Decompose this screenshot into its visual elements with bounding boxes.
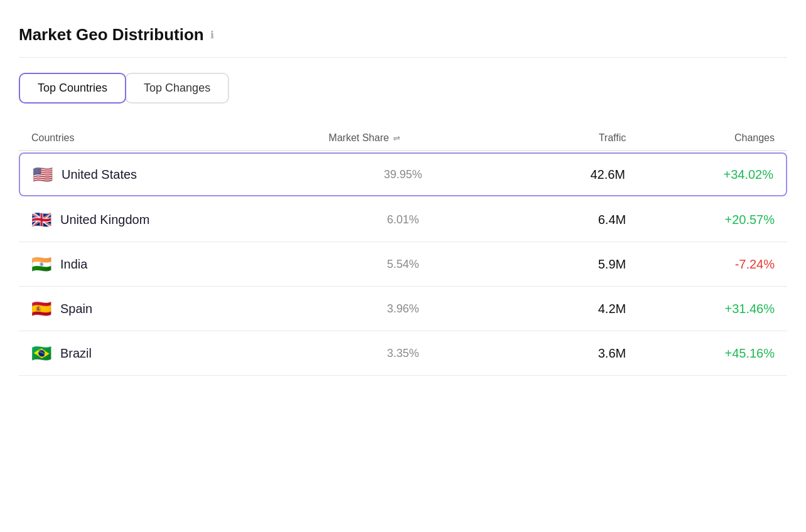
- change-us: +34.02%: [625, 168, 773, 182]
- country-name-india: India: [60, 257, 87, 272]
- filter-icon[interactable]: ⇌: [393, 133, 400, 143]
- country-name-spain: Spain: [60, 302, 92, 316]
- table-row: 🇺🇸 United States 39.95% 42.6M +34.02%: [19, 152, 787, 196]
- country-cell-uk: 🇬🇧 United Kingdom: [31, 211, 329, 228]
- table-row: 🇮🇳 India 5.54% 5.9M -7.24%: [19, 242, 787, 287]
- market-share-india: 5.54%: [329, 258, 478, 271]
- table-row: 🇬🇧 United Kingdom 6.01% 6.4M +20.57%: [19, 198, 787, 242]
- col-header-traffic: Traffic: [477, 132, 626, 144]
- tab-top-changes[interactable]: Top Changes: [125, 73, 229, 104]
- traffic-brazil: 3.6M: [477, 346, 626, 361]
- country-name-us: United States: [62, 168, 137, 182]
- tab-top-countries[interactable]: Top Countries: [19, 73, 126, 104]
- country-name-uk: United Kingdom: [60, 213, 149, 227]
- country-cell-india: 🇮🇳 India: [31, 256, 329, 272]
- table-header: Countries Market Share ⇌ Traffic Changes: [19, 126, 787, 151]
- flag-india: 🇮🇳: [31, 256, 51, 272]
- table-row: 🇪🇸 Spain 3.96% 4.2M +31.46%: [19, 287, 787, 331]
- col-header-countries: Countries: [31, 132, 329, 144]
- table-row: 🇧🇷 Brazil 3.35% 3.6M +45.16%: [19, 331, 787, 376]
- traffic-india: 5.9M: [477, 257, 626, 272]
- market-share-brazil: 3.35%: [329, 347, 478, 360]
- market-share-spain: 3.96%: [329, 302, 478, 316]
- change-india: -7.24%: [626, 257, 775, 272]
- header-section: Market Geo Distribution ℹ: [19, 25, 787, 58]
- traffic-us: 42.6M: [477, 168, 625, 182]
- country-name-brazil: Brazil: [60, 346, 92, 361]
- change-spain: +31.46%: [626, 302, 775, 316]
- flag-brazil: 🇧🇷: [31, 345, 51, 361]
- country-cell-spain: 🇪🇸 Spain: [31, 301, 329, 317]
- col-header-changes: Changes: [626, 132, 775, 144]
- change-brazil: +45.16%: [626, 346, 775, 361]
- market-share-us: 39.95%: [329, 168, 477, 181]
- tabs-section: Top Countries Top Changes: [19, 73, 787, 104]
- change-uk: +20.57%: [626, 213, 775, 227]
- flag-uk: 🇬🇧: [31, 211, 51, 228]
- page-container: Market Geo Distribution ℹ Top Countries …: [19, 25, 787, 376]
- table-container: Countries Market Share ⇌ Traffic Changes…: [19, 126, 787, 376]
- col-header-market-share: Market Share ⇌: [329, 132, 478, 144]
- country-cell-us: 🇺🇸 United States: [33, 166, 329, 183]
- info-icon[interactable]: ℹ: [210, 29, 214, 41]
- country-cell-brazil: 🇧🇷 Brazil: [31, 345, 329, 361]
- traffic-spain: 4.2M: [477, 302, 626, 316]
- flag-us: 🇺🇸: [33, 166, 53, 183]
- market-share-uk: 6.01%: [329, 213, 478, 226]
- traffic-uk: 6.4M: [477, 213, 626, 227]
- flag-spain: 🇪🇸: [31, 301, 51, 317]
- page-title: Market Geo Distribution: [19, 25, 204, 45]
